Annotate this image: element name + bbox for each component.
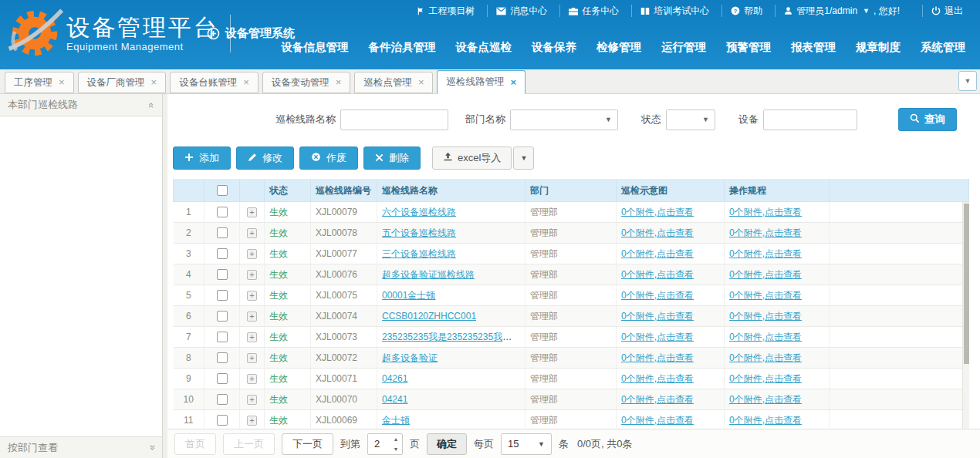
close-icon[interactable]: × bbox=[59, 79, 65, 86]
close-icon[interactable]: × bbox=[418, 79, 424, 86]
row-expander-icon[interactable]: + bbox=[247, 374, 257, 384]
top-menu-item[interactable]: 消息中心 ▼ bbox=[487, 5, 559, 17]
procedure-attachments-link[interactable]: 0个附件,点击查看 bbox=[729, 373, 802, 384]
top-menu-item[interactable]: 退出 ▼ bbox=[922, 5, 975, 17]
row-checkbox[interactable] bbox=[217, 352, 228, 363]
table-row[interactable]: 4 + 生效 XJL00076 超多设备验证巡检线路 管理部 0个附件,点击查看… bbox=[174, 264, 969, 285]
tab[interactable]: 巡检线路管理 × bbox=[437, 70, 525, 94]
route-name-link[interactable]: 04261 bbox=[382, 373, 407, 384]
procedure-attachments-link[interactable]: 0个附件,点击查看 bbox=[729, 332, 802, 342]
first-page-button[interactable]: 首页 bbox=[174, 433, 216, 455]
top-menu-item[interactable]: 培训考试中心 ▼ bbox=[631, 5, 721, 17]
table-row[interactable]: 6 + 生效 XJL00074 CCSB0120ZHHCC001 管理部 0个附… bbox=[174, 306, 969, 327]
diagram-attachments-link[interactable]: 0个附件,点击查看 bbox=[621, 207, 694, 217]
diagram-attachments-link[interactable]: 0个附件,点击查看 bbox=[621, 415, 694, 426]
row-expander-icon[interactable]: + bbox=[247, 270, 257, 280]
excel-import-button[interactable]: excel导入 bbox=[432, 146, 512, 170]
procedure-attachments-link[interactable]: 0个附件,点击查看 bbox=[729, 207, 802, 217]
row-checkbox[interactable] bbox=[217, 415, 228, 426]
route-name-link[interactable]: 235235235我是235235235我是2... bbox=[382, 332, 525, 342]
row-expander-icon[interactable]: + bbox=[247, 228, 257, 238]
route-name-input[interactable] bbox=[340, 109, 448, 130]
diagram-attachments-link[interactable]: 0个附件,点击查看 bbox=[621, 269, 694, 280]
nav-item[interactable]: 运行管理 bbox=[651, 37, 716, 57]
table-row[interactable]: 2 + 生效 XJL00078 五个设备巡检线路 管理部 0个附件,点击查看 0… bbox=[174, 223, 969, 244]
row-checkbox[interactable] bbox=[217, 227, 228, 238]
chevron-double-down-icon[interactable]: « bbox=[146, 445, 157, 450]
route-name-link[interactable]: 超多设备验证巡检线路 bbox=[382, 269, 475, 280]
prev-page-button[interactable]: 上一页 bbox=[223, 433, 275, 455]
procedure-attachments-link[interactable]: 0个附件,点击查看 bbox=[729, 227, 802, 238]
row-checkbox[interactable] bbox=[217, 332, 228, 342]
spinner-up-icon[interactable]: ▲ bbox=[390, 434, 402, 444]
procedure-attachments-link[interactable]: 0个附件,点击查看 bbox=[729, 352, 802, 363]
chevron-double-up-icon[interactable]: « bbox=[146, 102, 157, 107]
table-row[interactable]: 9 + 生效 XJL00071 04261 管理部 0个附件,点击查看 0个附件… bbox=[174, 369, 969, 389]
procedure-attachments-link[interactable]: 0个附件,点击查看 bbox=[729, 269, 802, 280]
row-expander-icon[interactable]: + bbox=[247, 395, 257, 405]
nav-item[interactable]: 系统管理 bbox=[911, 37, 975, 57]
row-checkbox[interactable] bbox=[217, 248, 228, 259]
tab[interactable]: 巡检点管理 × bbox=[354, 72, 433, 93]
procedure-attachments-link[interactable]: 0个附件,点击查看 bbox=[729, 248, 802, 259]
row-checkbox[interactable] bbox=[217, 207, 228, 217]
close-icon[interactable]: × bbox=[243, 79, 249, 86]
nav-item[interactable]: 设备保养 bbox=[522, 37, 586, 57]
table-row[interactable]: 8 + 生效 XJL00072 超多设备验证 管理部 0个附件,点击查看 0个附… bbox=[174, 348, 969, 369]
row-expander-icon[interactable]: + bbox=[247, 353, 257, 363]
nav-item[interactable]: 备件治具管理 bbox=[359, 37, 446, 57]
route-name-link[interactable]: 04241 bbox=[382, 394, 407, 405]
diagram-attachments-link[interactable]: 0个附件,点击查看 bbox=[621, 311, 694, 322]
diagram-attachments-link[interactable]: 0个附件,点击查看 bbox=[621, 332, 694, 342]
nav-item[interactable]: 规章制度 bbox=[846, 37, 911, 57]
table-row[interactable]: 10 + 生效 XJL00070 04241 管理部 0个附件,点击查看 0个附… bbox=[174, 389, 969, 410]
excel-import-dropdown-button[interactable]: ▼ bbox=[513, 146, 534, 170]
scrollbar-thumb[interactable] bbox=[964, 204, 969, 364]
close-icon[interactable]: × bbox=[336, 79, 342, 86]
route-name-link[interactable]: 三个设备巡检线路 bbox=[382, 248, 456, 259]
route-name-link[interactable]: 五个设备巡检线路 bbox=[382, 227, 456, 238]
row-checkbox[interactable] bbox=[217, 311, 228, 322]
table-row[interactable]: 3 + 生效 XJL00077 三个设备巡检线路 管理部 0个附件,点击查看 0… bbox=[174, 244, 969, 264]
procedure-attachments-link[interactable]: 0个附件,点击查看 bbox=[729, 311, 802, 322]
page-number-spinner[interactable]: 2 ▲ ▼ bbox=[367, 433, 403, 455]
tab[interactable]: 设备台账管理 × bbox=[170, 72, 259, 93]
row-expander-icon[interactable]: + bbox=[247, 249, 257, 259]
page-number-value[interactable]: 2 bbox=[368, 434, 390, 454]
nav-item[interactable]: 设备点巡检 bbox=[446, 37, 522, 57]
top-menu-item[interactable]: ? 帮助 ▼ bbox=[721, 5, 775, 17]
next-page-button[interactable]: 下一页 bbox=[282, 433, 333, 455]
diagram-attachments-link[interactable]: 0个附件,点击查看 bbox=[621, 373, 694, 384]
tab[interactable]: 工序管理 × bbox=[5, 72, 74, 93]
query-button[interactable]: 查询 bbox=[898, 108, 957, 131]
sidebar-panel-header[interactable]: 本部门巡检线路 « bbox=[0, 94, 162, 116]
route-name-link[interactable]: 00001金士顿 bbox=[382, 290, 435, 301]
tab-overflow-button[interactable]: ▼ bbox=[958, 71, 977, 91]
diagram-attachments-link[interactable]: 0个附件,点击查看 bbox=[621, 352, 694, 363]
row-expander-icon[interactable]: + bbox=[247, 332, 257, 342]
add-button[interactable]: 添加 bbox=[173, 146, 231, 170]
row-checkbox[interactable] bbox=[217, 269, 228, 280]
row-expander-icon[interactable]: + bbox=[247, 416, 257, 426]
nav-item[interactable]: 报表管理 bbox=[781, 37, 846, 57]
status-select[interactable]: ▼ bbox=[666, 109, 715, 130]
diagram-attachments-link[interactable]: 0个附件,点击查看 bbox=[621, 394, 694, 405]
top-menu-item[interactable]: 管理员1/admin ▼ , 您好! bbox=[775, 5, 908, 17]
close-icon[interactable]: × bbox=[151, 79, 157, 86]
route-name-link[interactable]: 六个设备巡检线路 bbox=[382, 207, 456, 217]
diagram-attachments-link[interactable]: 0个附件,点击查看 bbox=[621, 290, 694, 301]
procedure-attachments-link[interactable]: 0个附件,点击查看 bbox=[729, 415, 802, 426]
route-name-link[interactable]: 超多设备验证 bbox=[382, 352, 438, 363]
device-input[interactable] bbox=[763, 109, 857, 130]
row-checkbox[interactable] bbox=[217, 290, 228, 301]
table-row[interactable]: 11 + 生效 XJL00069 金士顿 管理部 0个附件,点击查看 0个附件,… bbox=[174, 410, 969, 429]
row-checkbox[interactable] bbox=[217, 373, 228, 384]
row-expander-icon[interactable]: + bbox=[247, 291, 257, 301]
table-row[interactable]: 1 + 生效 XJL00079 六个设备巡检线路 管理部 0个附件,点击查看 0… bbox=[174, 202, 969, 223]
tab[interactable]: 设备厂商管理 × bbox=[78, 72, 167, 93]
table-row[interactable]: 7 + 生效 XJL00073 235235235我是235235235我是2.… bbox=[174, 327, 969, 348]
diagram-attachments-link[interactable]: 0个附件,点击查看 bbox=[621, 227, 694, 238]
diagram-attachments-link[interactable]: 0个附件,点击查看 bbox=[621, 248, 694, 259]
void-button[interactable]: 作废 bbox=[299, 146, 358, 170]
sidebar-bottom-panel[interactable]: 按部门查看 « bbox=[0, 436, 162, 458]
